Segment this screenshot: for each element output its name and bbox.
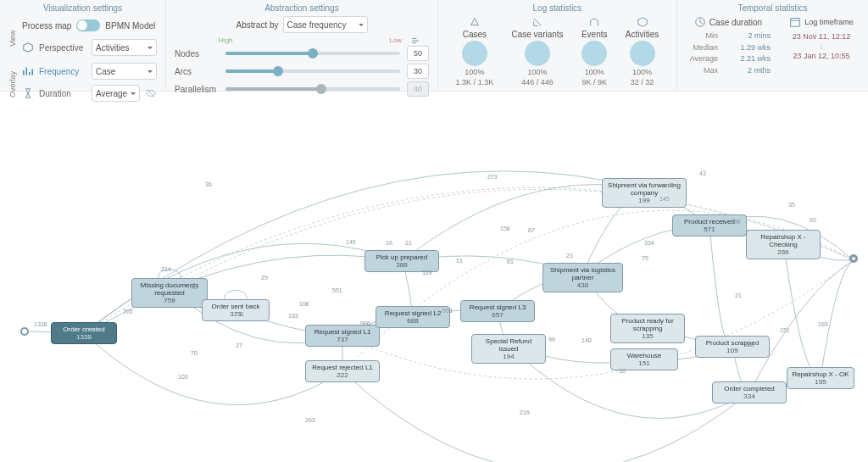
arcs-slider[interactable] (225, 70, 400, 73)
activity-node[interactable]: Request signed L3657 (460, 300, 535, 322)
low-label: Low (389, 36, 402, 47)
node-count: 194 (503, 353, 514, 360)
node-label: Warehouse (627, 352, 662, 359)
arcs-slider-label: Arcs (175, 67, 219, 76)
log-timeframe-title: Log timeframe (804, 18, 854, 26)
stat-icon (588, 16, 600, 28)
settings-icon[interactable] (411, 36, 420, 45)
abstraction-settings-panel: Abstraction settings Abstract by Case fr… (166, 0, 438, 91)
stat-cases[interactable]: Cases 100% 1.3K / 1.3K (456, 16, 494, 86)
view-mode-toggle[interactable] (76, 19, 100, 31)
abstract-by-select[interactable]: Case frequency (283, 16, 368, 33)
node-label: Request rejected L1 (312, 364, 373, 371)
stat-pct: 100% (528, 68, 548, 76)
activity-node[interactable]: Special Refund issued194 (471, 334, 546, 364)
arcs-spinner[interactable]: 30 (407, 64, 429, 79)
stat-name: Case variants (511, 30, 563, 39)
end-event[interactable] (849, 254, 858, 263)
stat-events[interactable]: Events 100% 9K / 9K (581, 16, 608, 86)
bpmn-model-label: BPMN Model (105, 21, 155, 31)
edge-label: 103 (178, 374, 188, 380)
perspective-icon (22, 42, 34, 53)
case-duration-title: Case duration (709, 18, 762, 27)
edge-label: 43 (699, 170, 706, 176)
abs-title: Abstraction settings (175, 3, 429, 13)
activity-node[interactable]: Missing documents requested759 (131, 278, 208, 308)
activity-node[interactable]: Request signed L1737 (305, 325, 380, 347)
stat-case-variants[interactable]: Case variants 100% 446 / 446 (511, 16, 563, 86)
edge-label: 100 (744, 342, 754, 348)
node-count: 151 (638, 359, 649, 367)
activity-node[interactable]: Product received571 (672, 214, 747, 237)
activity-node[interactable]: Shipment via logistics partner430 (542, 263, 623, 292)
edge-label: 183 (288, 313, 298, 319)
node-count: 388 (396, 261, 407, 269)
perspective-label: Perspective (39, 43, 86, 53)
edge-label: 29 (261, 275, 268, 281)
node-count: 195 (815, 378, 826, 386)
node-label: Repairshop X - OK (792, 370, 849, 378)
perspective-select[interactable]: Activities (92, 39, 157, 56)
node-label: Request signed L3 (470, 303, 526, 311)
stat-icon (531, 16, 543, 28)
activity-node[interactable]: Repairshop X - OK195 (787, 367, 854, 389)
nodes-slider[interactable] (225, 52, 400, 55)
toolbar: Visualization settings View Process map … (0, 0, 868, 92)
frequency-select[interactable]: Case (92, 63, 157, 80)
edge-label: 21 (405, 240, 412, 246)
nodes-slider-label: Nodes (175, 49, 219, 58)
stat-icon (469, 16, 481, 28)
node-count: 759 (164, 297, 175, 304)
edge-label: 75 (642, 255, 648, 261)
edge-label: 40 (191, 284, 198, 290)
edge-label: 551 (332, 287, 342, 293)
activity-node[interactable]: Product ready for scrapping135 (610, 314, 685, 343)
node-label: Order created (63, 326, 104, 333)
stat-ratio: 32 / 32 (631, 78, 654, 86)
edge-label: 219 (520, 409, 530, 415)
edge-label: 21 (735, 292, 742, 298)
activity-node[interactable]: Request rejected L1222 (305, 360, 380, 382)
edge-label: 145 (346, 239, 356, 245)
node-count: 737 (337, 336, 348, 343)
activity-node[interactable]: Request signed L2688 (376, 306, 450, 328)
edge-label: 334 (644, 240, 654, 246)
duration-row: Min2 mins (686, 31, 771, 42)
node-label: Shipment via forwarding company (607, 181, 682, 197)
node-count: 135 (642, 332, 653, 340)
edge-label: 273 (487, 174, 498, 180)
node-count: 571 (704, 225, 715, 233)
stat-name: Events (581, 30, 608, 39)
stat-icon (637, 16, 648, 28)
stat-dial (630, 41, 655, 66)
node-count: 334 (743, 392, 754, 400)
node-label: Request signed L2 (385, 309, 442, 317)
edge-label: 106 (299, 301, 309, 307)
stat-activities[interactable]: Activities 100% 32 / 32 (626, 16, 659, 86)
activity-node[interactable]: Order completed334 (712, 381, 787, 404)
timeframe-start: 23 Nov 11, 12:12 (783, 32, 860, 41)
parallelism-slider[interactable] (225, 87, 400, 91)
node-count: 1338 (76, 333, 92, 341)
nodes-spinner[interactable]: 50 (407, 46, 429, 61)
node-label: Special Refund issued (476, 337, 541, 353)
activity-node[interactable]: Order sent back373 (202, 299, 270, 321)
activity-node[interactable]: Shipment via forwarding company199 (602, 178, 687, 208)
edge-label: 145 (659, 196, 670, 202)
node-label: Order sent back (212, 303, 260, 310)
edge-label: 87 (528, 227, 535, 233)
stat-dial (581, 41, 607, 66)
activity-node[interactable]: Product scrapped109 (695, 336, 770, 358)
timeframe-end: 23 Jan 12, 10:55 (783, 52, 860, 60)
start-event[interactable] (20, 327, 29, 336)
edge-label: 151 (780, 327, 790, 333)
process-map-canvas[interactable]: 1338 Order created1338Missing documents … (0, 92, 868, 462)
visualization-settings-panel: Visualization settings View Process map … (0, 0, 166, 91)
calendar-icon (789, 16, 801, 28)
duration-row: Max2 mths (686, 65, 771, 77)
view-side-label: View (8, 16, 19, 60)
edge-label: 140 (581, 337, 592, 343)
stat-name: Cases (463, 30, 487, 39)
activity-node[interactable]: Repairshop X - Checking286 (746, 230, 821, 259)
activity-node[interactable]: Order created1338 (51, 322, 117, 344)
